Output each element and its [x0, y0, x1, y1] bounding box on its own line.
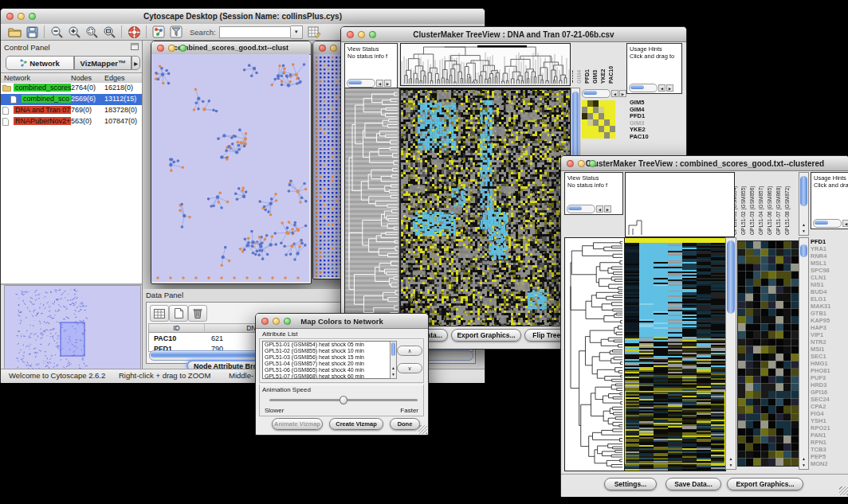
zoom-window-icon[interactable]	[29, 13, 36, 20]
gene-label[interactable]: SEC1	[811, 353, 848, 360]
attr-list-scrollbar[interactable]: ▲▼	[390, 341, 397, 379]
matrix-cell[interactable]	[587, 113, 593, 119]
gene-label[interactable]: VIP1	[811, 331, 848, 338]
gene-label[interactable]: HMG1	[811, 360, 848, 367]
tv2-hints-scrollbar[interactable]: ◀▶	[813, 219, 848, 227]
matrix-cell[interactable]	[582, 107, 587, 113]
column-label[interactable]: PFD1	[584, 69, 590, 84]
tv2-settings-button[interactable]: Settings...	[604, 478, 657, 490]
minimize-icon[interactable]	[358, 31, 365, 38]
tv1-export-graphics-button[interactable]: Export Graphics...	[451, 329, 521, 342]
gene-label[interactable]: PUF3	[811, 374, 848, 381]
matrix-cell[interactable]	[604, 100, 610, 107]
scroll-down-icon[interactable]: ▼	[799, 228, 808, 234]
tv2-row-dendrogram[interactable]	[564, 237, 625, 471]
vizmap-nodes-icon[interactable]	[150, 25, 167, 39]
row-id[interactable]: PAC10	[154, 334, 176, 342]
save-icon[interactable]	[23, 25, 41, 39]
gene-label[interactable]: PFD1	[811, 238, 848, 245]
matrix-cell[interactable]	[599, 100, 604, 107]
scroll-down-icon[interactable]: ▼	[391, 371, 396, 377]
tv2-genes-vscrollbar[interactable]: ▲▼	[799, 237, 809, 470]
tab-overflow-arrow[interactable]: ▶	[132, 56, 140, 70]
matrix-cell[interactable]	[610, 126, 615, 132]
gene-label[interactable]: TCB3	[811, 446, 848, 453]
matrix-cell[interactable]	[599, 107, 604, 113]
close-icon[interactable]	[347, 31, 354, 38]
matrix-cell[interactable]	[599, 119, 604, 126]
scroll-track[interactable]	[582, 89, 610, 98]
treeview1-titlebar[interactable]: ClusterMaker TreeView : DNA and Tran 07-…	[341, 27, 686, 42]
scroll-right-icon[interactable]: ▶	[384, 80, 391, 87]
vscroll-thumb[interactable]	[800, 244, 807, 257]
help-lifesaver-icon[interactable]	[125, 25, 143, 39]
vscroll-thumb[interactable]	[800, 176, 807, 206]
tv2-status-scrollbar[interactable]: ◀▶	[567, 205, 611, 213]
tv2-heatmap-vscrollbar[interactable]: ▲▼	[725, 237, 736, 470]
gene-label[interactable]: SEC24	[811, 396, 848, 403]
tv2-column-dendrogram[interactable]	[625, 172, 735, 237]
attribute-item[interactable]: GPL51-06 (GSM865) heat shock 40 min	[263, 367, 391, 373]
gene-label[interactable]: RNR4	[811, 252, 848, 260]
tab-network[interactable]: Network	[6, 56, 74, 70]
close-icon[interactable]	[6, 13, 14, 20]
matrix-cell[interactable]	[604, 132, 610, 139]
search-dropdown-icon[interactable]: ▼	[291, 25, 303, 39]
attribute-item[interactable]: GPL51-01 (GSM854) heat shock 05 min	[263, 342, 391, 348]
gene-label[interactable]: MSI1	[811, 346, 848, 353]
scroll-down-icon[interactable]: ▼	[726, 462, 736, 468]
scroll-thumb[interactable]	[815, 221, 828, 225]
resize-grip-icon[interactable]	[418, 425, 427, 434]
network-row-0[interactable]: combined_scores2764(0)16218(0)	[1, 83, 142, 94]
matrix-cell[interactable]	[593, 107, 599, 113]
open-file-icon[interactable]	[6, 25, 23, 39]
gene-label[interactable]: YSH1	[811, 417, 848, 424]
scroll-track[interactable]	[629, 84, 658, 92]
matrix-cell[interactable]	[604, 107, 610, 113]
network-row-3[interactable]: RNAPuberNov2+563(0)107847(0)	[1, 116, 142, 127]
dialog-titlebar[interactable]: Map Colors to Network	[256, 314, 428, 329]
zoom-fit-icon[interactable]	[100, 25, 118, 39]
matrix-cell[interactable]	[582, 100, 587, 107]
column-label[interactable]: GPL51-03 (GSM856)	[749, 186, 755, 235]
scroll-thumb[interactable]	[568, 206, 582, 210]
matrix-cell[interactable]	[599, 113, 604, 119]
matrix-cell[interactable]	[587, 132, 593, 139]
gene-label[interactable]: RPN1	[811, 439, 848, 446]
scroll-up-icon[interactable]: ▲	[726, 455, 736, 462]
attribute-table-select-icon[interactable]	[150, 305, 169, 322]
matrix-cell[interactable]	[610, 132, 615, 139]
gene-label[interactable]: PHO81	[811, 367, 848, 374]
gene-label[interactable]: KAP95	[811, 317, 848, 324]
zoom-in-icon[interactable]	[65, 25, 83, 39]
network-row-1[interactable]: combined_sco2569(6)13112(15)	[1, 94, 142, 105]
gene-label[interactable]: CLN1	[811, 274, 848, 281]
matrix-cell[interactable]	[593, 126, 599, 132]
main-titlebar[interactable]: Cytoscape Desktop (Session Name: collins…	[1, 9, 485, 25]
attribute-list[interactable]: GPL51-01 (GSM854) heat shock 05 minGPL51…	[262, 341, 392, 379]
gene-label[interactable]: MON2	[811, 460, 848, 467]
scroll-down-icon[interactable]: ▼	[799, 462, 808, 468]
matrix-cell[interactable]	[604, 113, 610, 119]
tv2-zoom-heatmap[interactable]	[737, 240, 799, 467]
speed-slider-thumb[interactable]	[340, 396, 347, 404]
scroll-left-icon[interactable]: ◀	[842, 220, 848, 227]
tv1-summary-scrollbar[interactable]: ◀▶	[582, 89, 626, 97]
gene-label[interactable]: PEP5	[811, 453, 848, 460]
new-attribute-icon[interactable]	[169, 305, 188, 322]
matrix-cell[interactable]	[587, 126, 593, 132]
column-label[interactable]: GPL51-02 (GSM855)	[740, 186, 746, 235]
scroll-thumb[interactable]	[630, 85, 644, 89]
move-down-button[interactable]: ∨	[397, 363, 422, 373]
attribute-item[interactable]: GPL51-03 (GSM856) heat shock 15 min	[263, 354, 391, 361]
close-icon[interactable]	[261, 318, 269, 325]
scroll-left-icon[interactable]: ◀	[596, 205, 603, 213]
scroll-left-icon[interactable]: ◀	[611, 90, 618, 97]
gene-label[interactable]: ELG1	[811, 295, 848, 303]
network-overview-thumbnail[interactable]	[4, 285, 141, 376]
scroll-track[interactable]	[567, 205, 595, 213]
gene-label[interactable]: HRD3	[811, 381, 848, 389]
column-label[interactable]: PAC10	[608, 66, 614, 84]
scroll-right-icon[interactable]: ▶	[619, 90, 626, 97]
matrix-cell[interactable]	[599, 126, 604, 132]
